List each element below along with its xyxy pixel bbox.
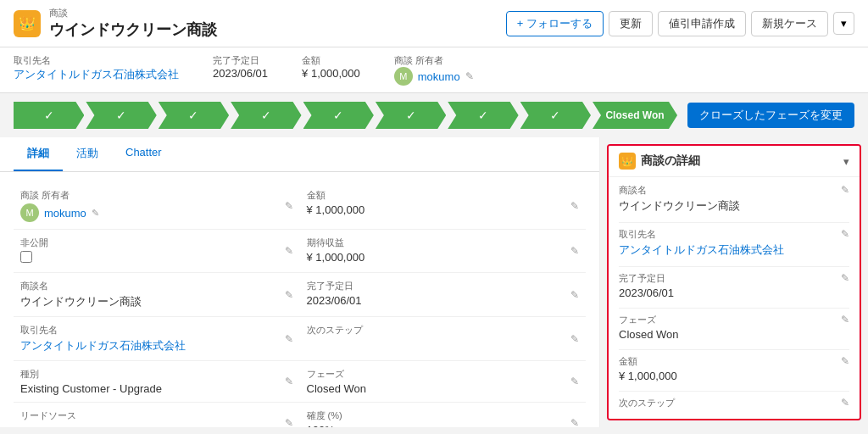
field-amount-value: ¥ 1,000,000 [307,203,580,216]
field-close-date-edit[interactable]: ✎ [570,289,579,301]
header-title-block: 商談 ウインドウクリーン商談 [49,7,217,40]
field-grid: 商談 所有者 M mokumo ✎ ✎ 金額 ¥ 1,000,000 ✎ 非公開 [14,182,586,427]
right-panel-icon: 👑 [619,153,636,170]
rp-close-date-edit[interactable]: ✎ [841,272,849,284]
new-case-button[interactable]: 新規ケース [751,11,828,36]
closed-won-step[interactable]: Closed Won [593,102,677,129]
change-phase-button[interactable]: クローズしたフェーズを変更 [687,103,854,128]
chevron-down-icon: ▾ [841,17,847,30]
rp-field-account: 取引先名 アンタイトルドガス石油株式会社 ✎ [619,228,849,258]
field-lead-source: リードソース ✎ [14,403,300,427]
rp-field-next-step: 次のステップ ✎ [619,397,849,409]
field-owner-avatar: M [20,203,39,222]
meta-owner-name[interactable]: mokumo [418,70,460,83]
field-deal-name-edit[interactable]: ✎ [285,289,293,301]
field-phase-edit[interactable]: ✎ [570,376,579,387]
field-lead-source-edit[interactable]: ✎ [285,417,293,427]
avatar: M [394,67,413,86]
progress-step-1[interactable]: ✓ [14,102,84,129]
field-expected-revenue-edit[interactable]: ✎ [570,245,579,257]
header-subtitle: 商談 [49,7,217,19]
rp-amount-edit[interactable]: ✎ [841,355,849,367]
field-type-value: Existing Customer - Upgrade [20,382,293,395]
rp-account-edit[interactable]: ✎ [841,228,849,240]
meta-due-date: 完了予定日 2023/06/01 [213,54,268,80]
meta-company: 取引先名 アンタイトルドガス石油株式会社 [14,54,179,82]
tab-activity[interactable]: 活動 [63,137,112,171]
field-owner-value[interactable]: mokumo [44,207,86,220]
page-title: ウインドウクリーン商談 [49,19,217,40]
field-expected-revenue-value: ¥ 1,000,000 [307,251,580,264]
left-panel: 詳細 活動 Chatter 商談 所有者 M mokumo ✎ ✎ 金額 [0,137,600,427]
field-next-step-edit[interactable]: ✎ [570,333,579,345]
field-account-name-value[interactable]: アンタイトルドガス石油株式会社 [20,338,293,353]
progress-step-5[interactable]: ✓ [303,102,374,129]
update-button[interactable]: 更新 [609,11,653,36]
rp-amount-value: ¥ 1,000,000 [619,370,849,382]
field-probability-edit[interactable]: ✎ [570,417,579,427]
right-panel-header: 👑 商談の詳細 ▾ [609,146,860,177]
rp-deal-name-edit[interactable]: ✎ [841,184,849,196]
field-amount: 金額 ¥ 1,000,000 ✎ [300,182,587,230]
progress-bar: ✓ ✓ ✓ ✓ ✓ ✓ ✓ ✓ Closed Won クローズしたフェーズを変更 [0,93,868,137]
header-icon: 👑 [14,10,41,37]
owner-edit-icon[interactable]: ✎ [92,208,99,219]
meta-owner: 商談 所有者 M mokumo ✎ [394,54,474,86]
rp-field-deal-name: 商談名 ウインドウクリーン商談 ✎ [619,184,849,214]
app-header: 👑 商談 ウインドウクリーン商談 + フォローする 更新 値引申請作成 新規ケー… [0,0,868,47]
price-application-button[interactable]: 値引申請作成 [658,11,746,36]
field-account-name-edit[interactable]: ✎ [285,333,293,345]
field-deal-name-value: ウインドウクリーン商談 [20,294,293,309]
header-left: 👑 商談 ウインドウクリーン商談 [14,7,217,40]
progress-step-3[interactable]: ✓ [159,102,229,129]
progress-step-4[interactable]: ✓ [231,102,301,129]
rp-field-amount: 金額 ¥ 1,000,000 ✎ [619,355,849,382]
right-panel: 👑 商談の詳細 ▾ 商談名 ウインドウクリーン商談 ✎ 取引先名 アンタイトルド… [607,144,861,420]
field-phase-value: Closed Won [307,382,580,395]
rp-field-close-date: 完了予定日 2023/06/01 ✎ [619,272,849,299]
field-deal-name: 商談名 ウインドウクリーン商談 ✎ [14,273,300,317]
field-owner: 商談 所有者 M mokumo ✎ ✎ [14,182,300,230]
tab-chatter[interactable]: Chatter [112,137,175,171]
rp-account-value[interactable]: アンタイトルドガス石油株式会社 [619,242,849,258]
right-panel-fields: 商談名 ウインドウクリーン商談 ✎ 取引先名 アンタイトルドガス石油株式会社 ✎… [609,177,860,420]
meta-company-value[interactable]: アンタイトルドガス石油株式会社 [14,67,179,82]
field-type-edit[interactable]: ✎ [285,376,293,387]
meta-due-date-label: 完了予定日 [213,54,268,67]
field-amount-edit[interactable]: ✎ [570,200,579,212]
field-account-name: 取引先名 アンタイトルドガス石油株式会社 ✎ [14,317,300,361]
meta-amount: 金額 ¥ 1,000,000 [302,54,360,80]
rp-next-step-edit[interactable]: ✎ [841,397,849,409]
field-private-edit[interactable]: ✎ [285,245,293,257]
field-expected-revenue: 期待収益 ¥ 1,000,000 ✎ [300,230,587,273]
rp-phase-edit[interactable]: ✎ [841,314,849,326]
progress-step-7[interactable]: ✓ [448,102,518,129]
edit-icon[interactable]: ✎ [465,70,474,82]
progress-steps: ✓ ✓ ✓ ✓ ✓ ✓ ✓ ✓ Closed Won [14,102,679,129]
progress-step-8[interactable]: ✓ [520,102,591,129]
meta-company-label: 取引先名 [14,54,179,67]
rp-deal-name-value: ウインドウクリーン商談 [619,198,849,214]
progress-step-6[interactable]: ✓ [376,102,446,129]
field-private-checkbox[interactable] [20,251,32,263]
tab-details[interactable]: 詳細 [14,137,63,171]
field-probability: 確度 (%) 100% ✎ [300,403,587,427]
actions-dropdown-button[interactable]: ▾ [833,12,854,35]
right-panel-dropdown-button[interactable]: ▾ [843,155,849,168]
progress-step-2[interactable]: ✓ [86,102,156,129]
follow-button[interactable]: + フォローする [506,11,604,36]
main-content: 詳細 活動 Chatter 商談 所有者 M mokumo ✎ ✎ 金額 [0,137,868,427]
field-phase: フェーズ Closed Won ✎ [300,361,587,403]
rp-field-phase: フェーズ Closed Won ✎ [619,314,849,341]
tab-details-content: 商談 所有者 M mokumo ✎ ✎ 金額 ¥ 1,000,000 ✎ 非公開 [0,172,599,427]
field-close-date-value: 2023/06/01 [307,294,580,307]
meta-row: 取引先名 アンタイトルドガス石油株式会社 完了予定日 2023/06/01 金額… [0,47,868,93]
field-close-date: 完了予定日 2023/06/01 ✎ [300,273,587,317]
rp-close-date-value: 2023/06/01 [619,287,849,299]
field-owner-edit[interactable]: ✎ [285,200,293,212]
field-type: 種別 Existing Customer - Upgrade ✎ [14,361,300,403]
field-probability-value: 100% [307,424,580,427]
meta-amount-label: 金額 [302,54,360,67]
field-private: 非公開 ✎ [14,230,300,273]
header-actions: + フォローする 更新 値引申請作成 新規ケース ▾ [506,11,854,36]
